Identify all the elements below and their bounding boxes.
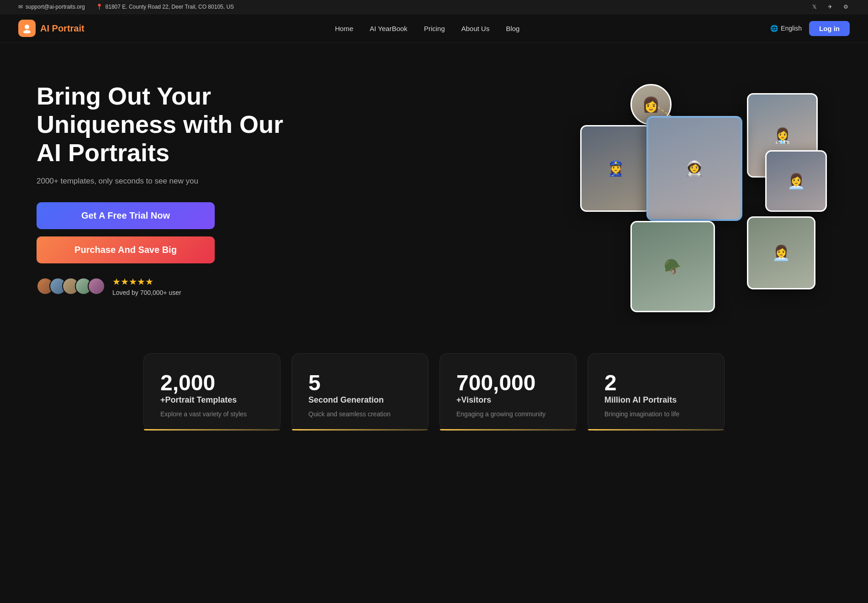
- nav-aiyearbook[interactable]: AI YearBook: [370, 25, 408, 32]
- stat-label-1: Second Generation: [308, 395, 412, 405]
- logo-text: AI Portrait: [40, 23, 85, 34]
- stat-number-3: 2: [604, 370, 708, 395]
- topbar-left: ✉ support@ai-portraits.org 📍 81807 E. Co…: [18, 4, 234, 10]
- topbar-right: 𝕏 ✈ ⚙: [810, 3, 850, 11]
- nav-blog[interactable]: Blog: [506, 25, 519, 32]
- nav-aboutus[interactable]: About Us: [461, 25, 490, 32]
- nav-right: 🌐 English Log in: [770, 21, 850, 36]
- proof-details: ★★★★★ Loved by 700,000+ user: [112, 276, 181, 296]
- proof-text: Loved by 700,000+ user: [112, 289, 181, 296]
- stat-desc-1: Quick and seamless creation: [308, 410, 412, 418]
- logo-icon: [18, 20, 36, 37]
- hero-section: Bring Out Your Uniqueness with Our AI Po…: [0, 43, 868, 326]
- free-trial-button[interactable]: Get A Free Trial Now: [37, 202, 215, 229]
- language-button[interactable]: 🌐 English: [770, 25, 802, 32]
- logo[interactable]: AI Portrait: [18, 20, 85, 37]
- stat-card-0: 2,000 +Portrait Templates Explore a vast…: [143, 353, 281, 431]
- telegram-icon[interactable]: ✈: [826, 3, 834, 11]
- stat-card-1: 5 Second Generation Quick and seamless c…: [291, 353, 429, 431]
- hero-subtitle: 2000+ templates, only seconds to see new…: [37, 177, 292, 186]
- stat-desc-2: Engaging a growing community: [456, 410, 560, 418]
- stat-number-0: 2,000: [160, 370, 264, 395]
- stat-label-3: Million AI Portraits: [604, 395, 708, 405]
- hero-content: Bring Out Your Uniqueness with Our AI Po…: [37, 82, 292, 296]
- social-proof: ★★★★★ Loved by 700,000+ user: [37, 276, 292, 296]
- stat-number-2: 700,000: [456, 370, 560, 395]
- login-button[interactable]: Log in: [809, 21, 850, 36]
- discord-icon[interactable]: ⚙: [842, 3, 850, 11]
- svg-point-1: [23, 30, 31, 33]
- purchase-button[interactable]: Purchase And Save Big: [37, 236, 215, 263]
- portrait-card-6: 👩‍💼: [747, 216, 815, 289]
- portrait-card-4: 👩‍🚀: [646, 116, 742, 221]
- svg-point-0: [25, 25, 29, 29]
- twitter-icon[interactable]: 𝕏: [810, 3, 819, 11]
- email-icon: ✉: [18, 4, 23, 10]
- avatar-stack: [37, 278, 105, 295]
- avatar-5: [88, 278, 105, 295]
- star-rating: ★★★★★: [112, 276, 181, 287]
- nav-links: Home AI YearBook Pricing About Us Blog: [335, 25, 519, 32]
- nav-pricing[interactable]: Pricing: [424, 25, 445, 32]
- stat-label-2: +Visitors: [456, 395, 560, 405]
- globe-icon: 🌐: [770, 25, 778, 32]
- stat-card-2: 700,000 +Visitors Engaging a growing com…: [439, 353, 577, 431]
- hero-title: Bring Out Your Uniqueness with Our AI Po…: [37, 82, 292, 167]
- stat-desc-0: Explore a vast variety of styles: [160, 410, 264, 418]
- stat-card-3: 2 Million AI Portraits Bringing imaginat…: [587, 353, 725, 431]
- portrait-card-5: 👩‍💼: [765, 150, 827, 212]
- topbar: ✉ support@ai-portraits.org 📍 81807 E. Co…: [0, 0, 868, 14]
- stat-desc-3: Bringing imagination to life: [604, 410, 708, 418]
- location-icon: 📍: [96, 4, 103, 10]
- navbar: AI Portrait Home AI YearBook Pricing Abo…: [0, 14, 868, 43]
- portrait-card-3: 👮‍♀️: [580, 125, 651, 212]
- topbar-email: ✉ support@ai-portraits.org: [18, 4, 85, 10]
- topbar-address: 📍 81807 E. County Road 22, Deer Trail, C…: [96, 4, 234, 10]
- stat-label-0: +Portrait Templates: [160, 395, 264, 405]
- portrait-collage: 👩 👩‍⚕️ 👮‍♀️ 👩‍🚀 👩‍💼 👩‍💼: [576, 79, 831, 299]
- portrait-card-7: 🪖: [630, 221, 715, 312]
- hero-images: 👩 👩‍⚕️ 👮‍♀️ 👩‍🚀 👩‍💼 👩‍💼: [576, 79, 831, 299]
- stats-section: 2,000 +Portrait Templates Explore a vast…: [0, 326, 868, 467]
- stat-number-1: 5: [308, 370, 412, 395]
- nav-home[interactable]: Home: [335, 25, 353, 32]
